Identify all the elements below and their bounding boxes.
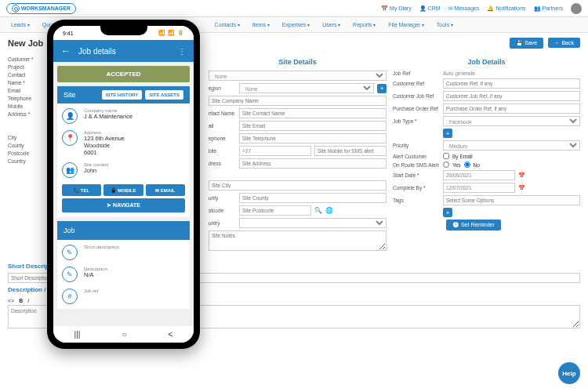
nav-users[interactable]: Users (318, 20, 345, 29)
site-select-1[interactable]: None (209, 71, 387, 81)
complete-by[interactable] (443, 183, 515, 193)
site-country[interactable] (239, 218, 387, 228)
auto-generate: Auto generate (443, 71, 475, 76)
email-button[interactable]: ✉ EMAIL (146, 184, 185, 196)
phone-time: 9:41 (63, 31, 74, 36)
top-links: 📅 My Diary 👤 CRM ✉ Messages 🔔 Notificati… (381, 3, 582, 14)
site-history-button[interactable]: SITE HISTORY (102, 90, 142, 100)
save-button[interactable]: 💾 Save (510, 38, 543, 49)
phone-job-bar: Job (57, 221, 190, 240)
search-icon[interactable]: 🔍 (314, 207, 322, 214)
recent-apps-icon[interactable]: ||| (74, 330, 81, 339)
nav-filemanager[interactable]: File Manager (383, 20, 429, 29)
home-icon[interactable]: ○ (122, 330, 126, 339)
site-company[interactable] (209, 96, 387, 106)
phone-app-header: ← Job details ⋮ (53, 40, 194, 62)
site-mobile[interactable] (314, 146, 387, 156)
back-arrow-icon[interactable]: ← (61, 45, 71, 56)
link-diary[interactable]: 📅 My Diary (381, 5, 412, 12)
nav-items[interactable]: Items (248, 20, 274, 29)
priority[interactable]: Medium (443, 140, 580, 151)
contact-icon: 👥 (62, 162, 78, 178)
add-region-button[interactable]: + (377, 84, 387, 93)
company-icon: 👤 (62, 108, 78, 124)
sms-yes[interactable] (443, 162, 449, 168)
site-mobile-prefix[interactable] (239, 146, 311, 156)
customer-job-ref[interactable] (443, 91, 580, 101)
avatar[interactable] (571, 3, 582, 14)
link-partners[interactable]: 👥 Partners (534, 5, 563, 12)
phone-mockup: 9:41 📶📶🔋 ← Job details ⋮ ACCEPTED Site S… (47, 20, 200, 349)
page-title: New Job (8, 38, 43, 48)
set-reminder-button[interactable]: 🕐 Set Reminder (446, 220, 501, 230)
site-postcode[interactable] (239, 205, 311, 216)
battery-icon: 🔋 (177, 30, 184, 36)
wifi-icon: 📶 (168, 30, 175, 36)
phone-notch (100, 26, 147, 35)
android-nav: ||| ○ < (53, 325, 194, 343)
location-icon: 📍 (62, 130, 78, 146)
site-phone[interactable] (239, 133, 387, 143)
ref-icon: # (62, 289, 78, 304)
code-icon[interactable]: <> (8, 298, 14, 303)
nav-reports[interactable]: Reports (348, 20, 380, 29)
job-details-title: Job Details (393, 58, 580, 66)
nav-contacts[interactable]: Contacts (210, 20, 245, 29)
help-button[interactable]: Help (558, 362, 580, 384)
logo-icon (12, 5, 20, 13)
back-button[interactable]: ← Back (548, 38, 580, 48)
site-notes[interactable] (209, 230, 387, 251)
menu-dots-icon[interactable]: ⋮ (178, 47, 186, 56)
sms-no[interactable] (464, 162, 470, 168)
site-address[interactable] (239, 158, 387, 169)
italic-icon[interactable]: I (27, 298, 29, 303)
site-email[interactable] (239, 121, 387, 131)
tags[interactable] (443, 195, 580, 205)
add-jobtype-button[interactable]: + (443, 129, 452, 138)
calendar-icon[interactable]: 📅 (518, 172, 525, 179)
mobile-button[interactable]: 📱 MOBILE (103, 184, 143, 196)
alert-email-check[interactable] (443, 153, 449, 159)
tel-button[interactable]: 📞 TEL (62, 184, 101, 196)
brand-logo[interactable]: WORKSMANAGER (6, 3, 76, 14)
nav-expenses[interactable]: Expenses (278, 20, 314, 29)
site-details-title: Site Details (209, 58, 387, 66)
brand-text: WORKSMANAGER (21, 5, 71, 11)
link-crm[interactable]: 👤 CRM (419, 5, 441, 12)
start-date[interactable] (443, 170, 515, 180)
android-back-icon[interactable]: < (169, 330, 173, 339)
company-name: J & A Maintenance (84, 113, 132, 120)
nav-tools[interactable]: Tools (432, 20, 458, 29)
bold-icon[interactable]: B (19, 298, 23, 303)
phone-title: Job details (78, 47, 170, 56)
add-tag-button[interactable]: + (443, 208, 452, 217)
globe-icon[interactable]: 🌐 (325, 207, 333, 214)
customer-ref[interactable] (443, 78, 580, 89)
status-accepted: ACCEPTED (57, 66, 190, 82)
site-assets-button[interactable]: SITE ASSETS (145, 90, 183, 100)
navigate-button[interactable]: ➤ NAVIGATE (62, 198, 185, 212)
edit-icon-2[interactable]: ✎ (62, 267, 78, 282)
calendar-icon-2[interactable]: 📅 (518, 185, 525, 191)
site-city[interactable] (209, 180, 387, 191)
link-messages[interactable]: ✉ Messages (448, 5, 480, 12)
signal-icon: 📶 (158, 30, 165, 36)
site-contact[interactable] (239, 108, 387, 118)
nav-leads[interactable]: Leads (6, 20, 34, 29)
site-county[interactable] (239, 193, 387, 203)
po-ref[interactable] (443, 103, 580, 114)
site-region[interactable]: None (239, 83, 374, 93)
phone-site-bar: Site SITE HISTORY SITE ASSETS (57, 86, 190, 103)
edit-icon[interactable]: ✎ (62, 245, 78, 260)
site-contact-name: John (84, 167, 108, 174)
link-notifications[interactable]: 🔔 Notifications (487, 5, 525, 12)
job-type[interactable]: Facebook (443, 116, 580, 126)
